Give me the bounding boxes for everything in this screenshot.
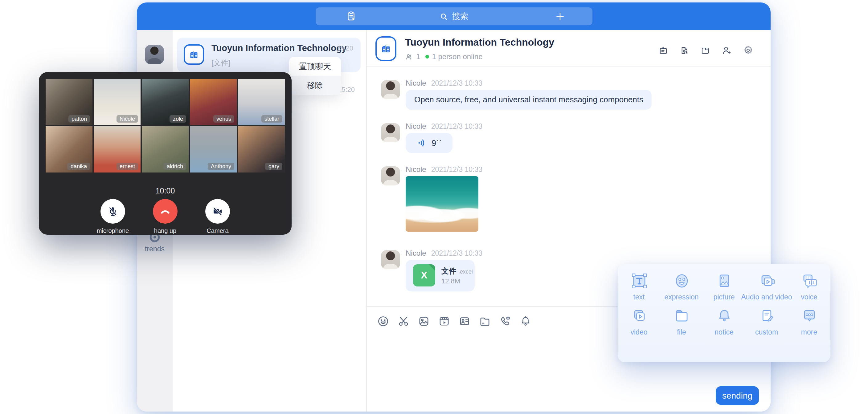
chat-header-actions (658, 45, 753, 56)
excel-file-icon: X (413, 264, 435, 286)
video-tile[interactable]: venus (190, 79, 237, 125)
mic-off-icon (107, 205, 119, 218)
participant-name: venus (213, 115, 234, 123)
sender-name: Nicole (406, 249, 426, 257)
avatar[interactable] (381, 250, 400, 269)
conversation-context-menu: 置顶聊天 移除 (289, 57, 341, 95)
composer-popup: text expression picture (618, 264, 830, 362)
screenshot-scissors-icon[interactable] (397, 315, 410, 328)
group-avatar (184, 44, 204, 65)
popup-item-label: Audio and video (741, 293, 792, 300)
search-placeholder: 搜索 (452, 11, 468, 22)
emoji-icon[interactable] (377, 315, 390, 328)
expression-icon (672, 271, 691, 291)
popup-item-label: file (677, 328, 686, 336)
video-tile[interactable]: Anthony (190, 126, 237, 172)
popup-item-more[interactable]: more (788, 306, 830, 336)
call-record-icon[interactable] (658, 45, 668, 55)
popup-item-file[interactable]: file (660, 306, 703, 336)
bell-icon[interactable] (519, 315, 532, 328)
camera-button[interactable]: Camera (197, 199, 238, 234)
building-icon (188, 49, 200, 60)
more-icon (799, 306, 819, 326)
popup-item-custom[interactable]: custom (745, 306, 788, 336)
video-tile[interactable]: patton (45, 79, 92, 125)
participant-name: gary (266, 163, 282, 170)
call-icon[interactable] (499, 315, 512, 328)
popup-item-picture[interactable]: picture (703, 271, 745, 300)
video-tile[interactable]: zole (142, 79, 189, 125)
sender-name: Nicole (406, 122, 426, 131)
menu-item-pin-chat[interactable]: 置顶聊天 (289, 57, 341, 76)
contact-card-icon[interactable] (458, 315, 471, 328)
image-icon[interactable] (417, 315, 430, 328)
hang-up-label: hang up (154, 227, 176, 234)
popup-item-label: voice (801, 293, 817, 300)
text-icon (629, 271, 649, 291)
picture-icon (714, 271, 734, 291)
gear-icon[interactable] (743, 45, 753, 56)
video-tile[interactable]: gary (238, 126, 285, 172)
composer-toolbar (377, 315, 532, 328)
participant-name: ernest (117, 163, 138, 170)
add-button[interactable] (555, 7, 565, 25)
video-tile[interactable]: stellar (238, 79, 285, 125)
member-count: 1 (416, 52, 420, 61)
message-time: 2021/12/3 10:33 (431, 79, 483, 87)
message-meta: Nicole 2021/12/3 10:33 (406, 79, 483, 88)
participant-name: stellar (261, 115, 282, 123)
video-tile[interactable]: Nicole (94, 79, 141, 125)
camera-label: Camera (207, 227, 228, 234)
group-files-icon[interactable] (700, 45, 710, 55)
popup-item-video[interactable]: video (618, 306, 660, 336)
file-size: 12.8M (441, 277, 460, 285)
microphone-button[interactable]: microphone (92, 199, 133, 234)
text-message-bubble[interactable]: Open source, free, and universal instant… (406, 90, 652, 110)
video-tile[interactable]: aldrich (142, 126, 189, 172)
video-clip-icon[interactable] (438, 315, 451, 328)
chat-header: Tuoyun Information Technology 1 1 person… (367, 30, 771, 67)
popup-item-label: notice (714, 328, 733, 336)
popup-item-notice[interactable]: notice (703, 306, 745, 336)
voice-message-bubble[interactable]: 9`` (406, 133, 453, 153)
popup-item-text[interactable]: text (618, 271, 660, 300)
popup-item-expression[interactable]: expression (660, 271, 703, 300)
file-folder-icon[interactable] (478, 315, 491, 328)
participant-name: zole (170, 115, 186, 123)
send-button[interactable]: sending (716, 386, 759, 405)
file-name: 文件 .excel (441, 266, 473, 277)
microphone-label: microphone (97, 227, 129, 234)
participant-name: danika (67, 163, 90, 170)
popup-item-label: more (801, 328, 817, 336)
image-message-beach[interactable] (406, 176, 478, 232)
avatar[interactable] (381, 80, 400, 99)
call-controls: microphone hang up (39, 199, 291, 234)
popup-item-voice[interactable]: voice (788, 271, 830, 300)
search-icon (439, 12, 448, 21)
avatar[interactable] (381, 123, 400, 142)
participant-name: patton (68, 115, 90, 123)
popup-item-audio-video[interactable]: Audio and video (745, 271, 788, 300)
message-time: 2021/12/3 10:33 (431, 250, 483, 257)
conversation-title: Tuoyun Information Technology (212, 43, 335, 53)
add-member-icon[interactable] (721, 45, 732, 56)
plus-icon (555, 11, 565, 22)
message-meta: Nicole 2021/12/3 10:33 (406, 249, 483, 257)
search-bar[interactable]: 搜索 (316, 7, 592, 25)
file-message-card[interactable]: X 文件 .excel 12.8M (406, 260, 475, 291)
custom-icon (757, 306, 776, 326)
video-tile[interactable]: danika (45, 126, 92, 172)
chat-history-search-icon[interactable] (679, 45, 689, 55)
search-input[interactable]: 搜索 (316, 7, 592, 25)
call-timer: 10:00 (39, 187, 291, 195)
participant-name: Anthony (208, 163, 234, 170)
menu-item-remove[interactable]: 移除 (289, 76, 341, 95)
video-tile[interactable]: ernest (94, 126, 141, 172)
hang-up-icon (158, 204, 172, 218)
video-icon (629, 306, 649, 326)
audio-video-icon (757, 271, 776, 291)
avatar[interactable] (381, 166, 400, 185)
hang-up-button[interactable]: hang up (145, 199, 186, 234)
user-avatar[interactable] (145, 45, 164, 64)
popup-item-label: picture (713, 293, 735, 300)
